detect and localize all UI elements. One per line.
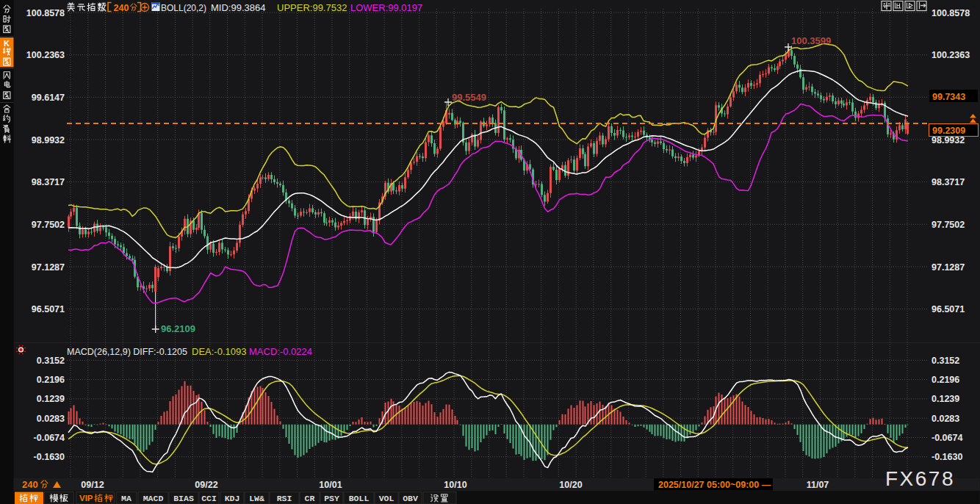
svg-text:98.3717: 98.3717 xyxy=(932,177,965,187)
svg-text:100.8578: 100.8578 xyxy=(932,8,970,18)
svg-text:0.1239: 0.1239 xyxy=(932,394,959,404)
svg-text:MACD:-0.0224: MACD:-0.0224 xyxy=(249,346,312,357)
svg-text:UPPER:99.7532: UPPER:99.7532 xyxy=(277,2,347,13)
svg-text:11/07: 11/07 xyxy=(807,480,829,490)
svg-text:VOL: VOL xyxy=(379,494,394,503)
svg-text:RSI: RSI xyxy=(277,494,292,503)
svg-text:10/20: 10/20 xyxy=(559,480,582,490)
svg-text:BIAS: BIAS xyxy=(173,494,194,503)
svg-text:96.2109: 96.2109 xyxy=(161,323,195,334)
svg-text:99.2309: 99.2309 xyxy=(932,126,965,136)
svg-text:0.1239: 0.1239 xyxy=(37,394,65,404)
svg-text:97.1287: 97.1287 xyxy=(32,262,65,273)
svg-text:10/01: 10/01 xyxy=(319,480,342,490)
svg-text:BOLL(20,2): BOLL(20,2) xyxy=(161,3,206,13)
svg-text:100.2363: 100.2363 xyxy=(26,50,65,60)
svg-text:MID:99.3864: MID:99.3864 xyxy=(211,2,265,13)
svg-text:0.0283: 0.0283 xyxy=(932,414,959,424)
svg-text:-0.1630: -0.1630 xyxy=(34,452,65,462)
svg-text:LW&: LW& xyxy=(249,494,264,503)
svg-text:97.7502: 97.7502 xyxy=(932,220,965,230)
svg-text:96.5071: 96.5071 xyxy=(32,304,65,314)
svg-text:98.9932: 98.9932 xyxy=(32,135,65,145)
svg-text:0.2196: 0.2196 xyxy=(932,375,959,385)
svg-text:CR: CR xyxy=(305,494,315,503)
svg-text:FX678: FX678 xyxy=(885,467,955,490)
svg-text:-0.0674: -0.0674 xyxy=(932,433,962,443)
svg-text:99.5549: 99.5549 xyxy=(452,92,486,103)
svg-text:LOWER:99.0197: LOWER:99.0197 xyxy=(350,2,422,13)
svg-text:MACD(26,12,9) DIFF:-0.1205: MACD(26,12,9) DIFF:-0.1205 xyxy=(67,347,187,357)
svg-text:09/22: 09/22 xyxy=(195,480,217,490)
svg-text:97.1287: 97.1287 xyxy=(932,262,965,273)
svg-text:97.7502: 97.7502 xyxy=(32,220,65,230)
svg-text:0.3152: 0.3152 xyxy=(37,356,65,366)
svg-text:240: 240 xyxy=(114,3,129,13)
svg-text:99.7343: 99.7343 xyxy=(932,92,965,102)
svg-text:K: K xyxy=(4,39,10,48)
svg-text:DEA:-0.1093: DEA:-0.1093 xyxy=(192,346,246,357)
svg-text:100.2363: 100.2363 xyxy=(932,50,970,60)
svg-text:99.6147: 99.6147 xyxy=(32,93,65,103)
svg-text:100.3599: 100.3599 xyxy=(791,35,831,46)
svg-text:BOLL: BOLL xyxy=(349,494,370,503)
svg-text:0.0283: 0.0283 xyxy=(37,414,65,424)
svg-text:09/12: 09/12 xyxy=(81,480,104,490)
svg-text:-0.1630: -0.1630 xyxy=(932,452,962,462)
svg-text:98.3717: 98.3717 xyxy=(32,177,65,187)
svg-text:VIP: VIP xyxy=(79,494,93,503)
svg-text:100.8578: 100.8578 xyxy=(26,8,65,18)
svg-text:MA: MA xyxy=(121,494,131,503)
svg-text:-0.0674: -0.0674 xyxy=(34,433,65,443)
svg-text:PSY: PSY xyxy=(324,494,339,503)
svg-text:CCI: CCI xyxy=(201,494,217,503)
svg-text:KDJ: KDJ xyxy=(225,494,240,503)
svg-text:OBV: OBV xyxy=(403,494,418,503)
svg-text:96.5071: 96.5071 xyxy=(932,304,965,314)
svg-text:2025/10/27 05:00~09:00 —: 2025/10/27 05:00~09:00 — xyxy=(658,480,771,490)
svg-text:240: 240 xyxy=(22,479,38,490)
svg-text:MACD: MACD xyxy=(143,494,164,503)
svg-text:0.2196: 0.2196 xyxy=(37,375,65,385)
svg-text:0.3152: 0.3152 xyxy=(932,356,959,366)
svg-text:10/10: 10/10 xyxy=(444,480,466,490)
